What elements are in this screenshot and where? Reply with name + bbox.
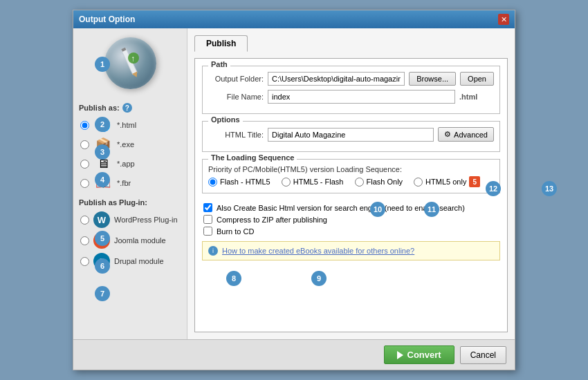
app-radio[interactable] [80,160,89,169]
open-button[interactable]: Open [460,72,494,86]
callout-13: 13 [542,181,557,196]
html-title-label: HTML Title: [208,131,264,139]
html5-only-radio[interactable] [414,178,423,187]
joomla-icon: ✿ [93,232,110,249]
app-logo: ↑ [102,35,158,91]
checkbox-burn-cd[interactable]: Burn to CD [203,227,499,236]
basic-html-label: Also Create Basic Html version for searc… [217,204,465,212]
fbr-radio[interactable] [80,179,89,188]
dialog-body: ↑ Publish as: ? 🌐 *.html [73,28,515,339]
checkbox-basic-html[interactable]: Also Create Basic Html version for searc… [203,203,499,212]
output-folder-input[interactable] [268,72,405,86]
cancel-button[interactable]: Cancel [460,346,506,364]
publish-option-app[interactable]: 🖥 *.app [79,154,181,173]
options-section-title: Options [208,115,243,124]
file-name-label: File Name: [208,93,264,101]
html-radio[interactable] [80,121,89,130]
flash-only-option[interactable]: Flash Only [355,176,403,187]
content-area: Publish Path Output Folder: Browse... Op… [187,28,515,339]
flash-html5-label: Flash - HTML5 [220,178,270,186]
dialog-title: Output Option [79,15,135,24]
advanced-label: Advanced [454,131,488,139]
exe-icon: 📦 [93,137,113,152]
burn-cd-label: Burn to CD [217,227,254,236]
flash-html5-radio[interactable] [208,178,217,187]
checkbox-compress-zip[interactable]: Compress to ZIP after publishing [203,215,499,224]
svg-text:↑: ↑ [131,54,135,64]
info-link[interactable]: How to make created eBooks available for… [222,247,414,255]
fbr-label: *.fbr [117,179,131,187]
drupal-label: Drupal module [114,257,164,265]
tab-publish[interactable]: Publish [194,35,248,52]
flash-html5-option[interactable]: Flash - HTML5 [208,176,270,187]
burn-cd-checkbox[interactable] [203,227,212,236]
gear-icon: ⚙ [444,130,451,139]
flash-only-label: Flash Only [367,178,403,186]
html-icon: 🌐 [93,117,113,133]
flash-only-radio[interactable] [355,178,364,187]
info-bar[interactable]: i How to make created eBooks available f… [202,241,500,260]
wordpress-icon: W [93,211,110,228]
exe-radio[interactable] [80,140,89,149]
wordpress-label: WordPress Plug-in [114,216,178,224]
tab-bar: Publish [194,35,508,51]
logo-circle: ↑ [104,37,156,89]
compress-zip-label: Compress to ZIP after publishing [217,216,327,224]
publish-as-label: Publish as: ? [79,103,181,113]
convert-button[interactable]: Convert [384,345,454,364]
fbr-icon: 📖 [93,175,113,191]
html5-only-option[interactable]: HTML5 only 5 [414,176,480,187]
publish-option-html[interactable]: 🌐 *.html [79,115,181,135]
plugin-option-joomla[interactable]: ✿ Joomla module [79,230,181,251]
file-name-suffix: .html [459,93,494,101]
drupal-radio[interactable] [80,257,89,266]
options-section: Options HTML Title: ⚙ Advanced [202,121,500,152]
html-label: *.html [117,121,136,129]
dialog-footer: Convert Cancel [73,339,515,370]
app-label: *.app [117,160,135,168]
compress-zip-checkbox[interactable] [203,215,212,224]
sidebar: ↑ Publish as: ? 🌐 *.html [73,28,187,339]
joomla-radio[interactable] [80,236,89,245]
html5-badge: 5 [469,176,480,187]
joomla-label: Joomla module [114,236,166,245]
tab-content: Path Output Folder: Browse... Open File … [194,58,508,332]
play-icon [397,351,403,359]
advanced-button[interactable]: ⚙ Advanced [438,127,494,142]
output-folder-label: Output Folder: [208,75,264,83]
loading-sequence-title: The Loading Sequence [208,153,297,162]
output-folder-row: Output Folder: Browse... Open [208,72,494,86]
html-title-row: HTML Title: ⚙ Advanced [208,127,494,142]
browse-button[interactable]: Browse... [409,72,456,86]
plugin-option-wordpress[interactable]: W WordPress Plug-in [79,209,181,230]
html5-flash-radio[interactable] [282,178,291,187]
publish-option-fbr[interactable]: 📖 *.fbr [79,173,181,193]
path-section: Path Output Folder: Browse... Open File … [202,66,500,114]
loading-sequence-label: Priority of PC/Mobile(HTML5) version Loa… [208,165,494,173]
help-icon[interactable]: ? [122,103,132,113]
app-icon: 🖥 [93,156,113,171]
loading-sequence-section: The Loading Sequence Priority of PC/Mobi… [202,159,500,193]
html5-only-label: HTML5 only [425,178,466,186]
file-name-input[interactable] [268,90,455,104]
drupal-icon: ◉ [93,253,110,269]
logo-svg: ↑ [113,44,147,82]
publish-as-plugin-label: Publish as Plug-in: [79,198,181,207]
info-icon: i [208,246,218,256]
html5-flash-label: HTML5 - Flash [293,178,344,186]
loading-sequence-options: Flash - HTML5 HTML5 - Flash Flash Only [208,176,494,187]
plugin-option-drupal[interactable]: ◉ Drupal module [79,251,181,272]
file-name-row: File Name: .html [208,90,494,104]
convert-label: Convert [407,350,441,360]
dialog-titlebar: Output Option ✕ [73,10,515,28]
html-title-input[interactable] [268,128,434,142]
output-option-dialog: Output Option ✕ ↑ [73,10,515,370]
path-section-title: Path [208,60,230,68]
basic-html-checkbox[interactable] [203,203,212,212]
publish-option-exe[interactable]: 📦 *.exe [79,135,181,154]
html5-flash-option[interactable]: HTML5 - Flash [282,176,344,187]
wordpress-radio[interactable] [80,216,89,225]
exe-label: *.exe [117,140,134,149]
checkboxes-section: Also Create Basic Html version for searc… [202,200,500,241]
close-button[interactable]: ✕ [498,14,509,25]
